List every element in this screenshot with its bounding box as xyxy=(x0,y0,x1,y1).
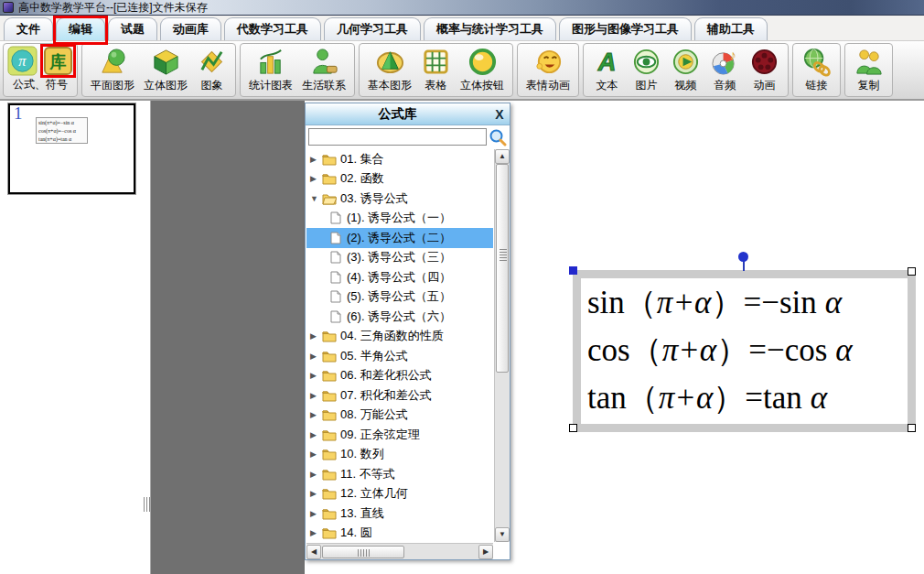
video-button[interactable]: 视频 xyxy=(666,46,705,94)
document-icon xyxy=(328,251,343,264)
tab-label: 几何学习工具 xyxy=(337,22,408,36)
tab-animation-library[interactable]: 动画库 xyxy=(160,17,221,40)
stat-chart-button[interactable]: 统计图表 xyxy=(244,46,297,94)
tree-item-file-selected[interactable]: (2). 诱导公式（二） xyxy=(306,228,493,248)
tree-item-file[interactable]: (3). 诱导公式（三） xyxy=(306,248,493,268)
expand-arrow-icon[interactable]: ▶ xyxy=(310,352,322,361)
tree-item-file[interactable]: (1). 诱导公式（一） xyxy=(306,209,493,229)
expand-arrow-icon[interactable]: ▶ xyxy=(310,371,322,380)
tab-probability-statistics-tools[interactable]: 概率与统计学习工具 xyxy=(424,17,556,40)
panel-splitter-grip[interactable] xyxy=(144,497,151,512)
horizontal-scrollbar[interactable]: ◀ ▶ xyxy=(306,543,493,559)
tree-item-folder[interactable]: ▶ 09. 正余弦定理 xyxy=(306,425,493,445)
folder-icon xyxy=(322,408,337,421)
table-button[interactable]: 表格 xyxy=(416,46,456,94)
expand-arrow-icon[interactable]: ▶ xyxy=(310,430,322,439)
resize-handle-top-right[interactable] xyxy=(908,267,916,276)
resize-handle-bottom-right[interactable] xyxy=(908,424,916,432)
tree-item-folder[interactable]: ▶ 08. 万能公式 xyxy=(306,406,493,426)
scroll-down-button[interactable]: ▼ xyxy=(495,527,510,542)
formula-tree: ▶ 01. 集合 ▶ 02. 函数 ▼ 03. 诱导公式 (1). 诱导公式（一… xyxy=(306,149,493,542)
toolbar-group-media: A 文本 图片 视频 xyxy=(583,43,789,97)
tree-item-file[interactable]: (6). 诱导公式（六） xyxy=(306,307,493,327)
solid-button-button[interactable]: 立体按钮 xyxy=(456,46,509,94)
expand-arrow-icon[interactable]: ▶ xyxy=(310,155,322,164)
expand-arrow-icon[interactable]: ▶ xyxy=(310,470,322,479)
graph-button[interactable]: 图象 xyxy=(192,46,231,94)
toolbar-group-emoji: 表情动画 xyxy=(517,43,579,97)
tree-item-label: 11. 不等式 xyxy=(340,466,395,482)
expand-arrow-icon[interactable]: ▶ xyxy=(310,174,322,183)
tab-geometry-tools[interactable]: 几何学习工具 xyxy=(324,17,421,40)
tree-item-folder[interactable]: ▶ 06. 和差化积公式 xyxy=(306,366,493,386)
expand-arrow-icon[interactable]: ▶ xyxy=(310,410,322,419)
expand-arrow-icon[interactable]: ▶ xyxy=(310,449,322,459)
tree-item-file[interactable]: (4). 诱导公式（四） xyxy=(306,267,493,287)
audio-button[interactable]: ♪ 音频 xyxy=(705,46,745,94)
close-button[interactable]: X xyxy=(489,107,510,122)
folder-icon xyxy=(322,172,337,185)
expand-arrow-icon[interactable]: ▶ xyxy=(310,331,322,341)
scroll-right-button[interactable]: ▶ xyxy=(478,545,493,559)
link-button[interactable]: 链接 xyxy=(797,46,836,94)
page-thumbnail[interactable]: 1 sin(π+α)=−sin α cos(π+α)=−cos α tan(π+… xyxy=(8,103,135,194)
formula-library-header[interactable]: 公式库 X xyxy=(306,103,510,125)
toolbar-group-basic-objects: 基本图形 表格 立体按钮 xyxy=(359,43,513,97)
expand-arrow-icon[interactable]: ▶ xyxy=(310,489,322,498)
tab-auxiliary-tools[interactable]: 辅助工具 xyxy=(694,17,768,40)
vertical-scrollbar[interactable]: ▲ ▼ xyxy=(494,149,510,542)
tree-item-folder[interactable]: ▶ 10. 数列 xyxy=(306,445,493,465)
search-input[interactable] xyxy=(308,128,487,146)
plane-shape-button[interactable]: 平面图形 xyxy=(86,46,139,94)
toolbar-button-label: 音频 xyxy=(714,78,736,93)
expand-arrow-icon[interactable]: ▶ xyxy=(310,509,322,518)
text-button[interactable]: A 文本 xyxy=(587,46,627,94)
search-icon[interactable] xyxy=(489,128,507,146)
tree-item-folder[interactable]: ▶ 02. 函数 xyxy=(306,169,493,190)
tree-item-label: (1). 诱导公式（一） xyxy=(347,210,451,226)
expand-arrow-icon[interactable]: ▶ xyxy=(310,391,322,400)
tree-item-folder[interactable]: ▶ 07. 积化和差公式 xyxy=(306,385,493,406)
vertical-scrollbar-thumb[interactable] xyxy=(496,164,509,373)
formula-equals: = xyxy=(745,380,763,416)
tree-item-folder[interactable]: ▶ 12. 立体几何 xyxy=(306,484,493,504)
formula-object[interactable]: sin（π+α）=−sinα cos（π+α）=−cosα tan（π+α）=t… xyxy=(573,270,916,432)
symbol-library-button[interactable]: 库 xyxy=(43,46,73,76)
tab-graphics-image-tools[interactable]: 图形与图像学习工具 xyxy=(559,17,692,40)
tab-file[interactable]: 文件 xyxy=(4,17,53,40)
scroll-up-button[interactable]: ▲ xyxy=(495,149,510,164)
tab-exam[interactable]: 试题 xyxy=(108,17,157,40)
toolbar-button-label: 动画 xyxy=(754,78,776,93)
resize-handle-top-left[interactable] xyxy=(569,266,577,275)
formula-argument: α xyxy=(825,285,842,320)
tree-item-folder[interactable]: ▶ 05. 半角公式 xyxy=(306,346,493,366)
solid-shape-button[interactable]: 立体图形 xyxy=(139,46,192,94)
library-icon: 库 xyxy=(43,46,73,76)
resize-handle-bottom-left[interactable] xyxy=(569,424,577,432)
tree-item-folder[interactable]: ▶ 04. 三角函数的性质 xyxy=(306,327,493,347)
copy-button[interactable]: 复制 xyxy=(849,46,888,94)
tree-item-label: 01. 集合 xyxy=(340,151,384,168)
formula-library-panel: 公式库 X ▶ 01. 集合 ▶ 02. 函数 ▼ xyxy=(305,103,510,560)
toolbar-group-shapes: 平面图形 立体图形 图象 xyxy=(81,43,236,97)
horizontal-scrollbar-thumb[interactable] xyxy=(322,546,404,558)
formula-button[interactable]: π xyxy=(7,46,38,76)
tree-item-file[interactable]: (5). 诱导公式（五） xyxy=(306,287,493,308)
tree-item-folder[interactable]: ▶ 11. 不等式 xyxy=(306,464,493,484)
tree-item-folder[interactable]: ▶ 01. 集合 xyxy=(306,149,493,169)
tree-item-folder[interactable]: ▶ 13. 直线 xyxy=(306,504,493,524)
rotation-handle[interactable] xyxy=(738,252,748,262)
life-connection-button[interactable]: 生活联系 xyxy=(297,46,350,94)
emoji-animation-button[interactable]: 表情动画 xyxy=(521,46,575,94)
tree-item-folder[interactable]: ▶ 14. 圆 xyxy=(306,524,493,543)
animation-button[interactable]: 动画 xyxy=(745,46,784,94)
image-button[interactable]: 图片 xyxy=(627,46,666,94)
scroll-left-button[interactable]: ◀ xyxy=(306,545,321,559)
expand-arrow-icon[interactable]: ▶ xyxy=(310,528,322,537)
tab-algebra-tools[interactable]: 代数学习工具 xyxy=(224,17,321,40)
tree-item-folder[interactable]: ▼ 03. 诱导公式 xyxy=(306,189,493,209)
collapse-arrow-icon[interactable]: ▼ xyxy=(310,194,322,203)
basic-shape-button[interactable]: 基本图形 xyxy=(363,46,416,94)
folder-icon xyxy=(322,526,337,539)
tab-edit[interactable]: 编辑 xyxy=(56,17,105,40)
